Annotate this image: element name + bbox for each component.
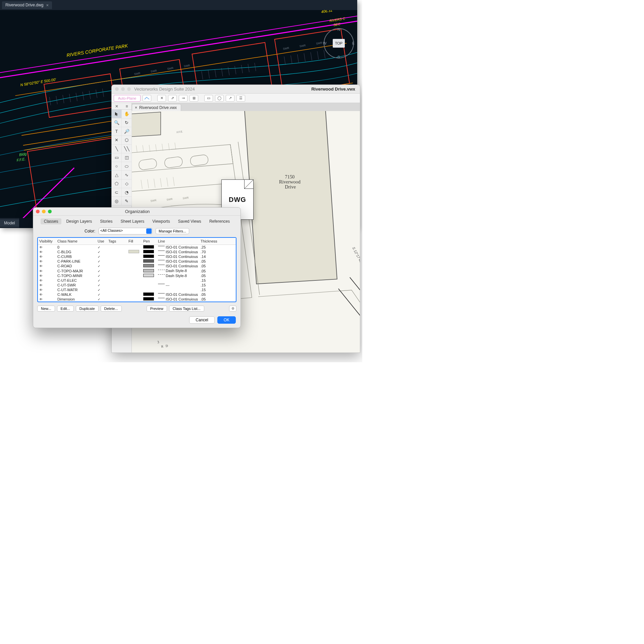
auto-plane-button[interactable]: Auto-Plane xyxy=(114,95,141,102)
window-close-icon[interactable] xyxy=(115,87,119,91)
col-use[interactable]: Use xyxy=(96,238,107,245)
col-line[interactable]: Line xyxy=(157,238,199,245)
table-row[interactable]: 👁C-TOPO-MAJR✓ Dash Style-8.05 xyxy=(38,268,236,273)
line-style-cell[interactable] xyxy=(157,278,199,283)
col-visibility[interactable]: Visibility xyxy=(38,238,56,245)
cancel-button[interactable]: Cancel xyxy=(189,316,214,324)
snap-tool-1[interactable]: ✕ xyxy=(157,95,166,102)
visibility-icon[interactable]: 👁 xyxy=(39,250,43,254)
pen-swatch[interactable] xyxy=(142,283,157,287)
use-checkbox[interactable]: ✓ xyxy=(98,264,100,268)
delete-tool[interactable]: ✕ xyxy=(112,136,122,145)
zoom-tool[interactable]: 🔍 xyxy=(112,118,122,127)
line-style-cell[interactable]: ISO-01 Continuious xyxy=(157,259,199,264)
tab-classes[interactable]: Classes xyxy=(41,218,62,224)
new-button[interactable]: New... xyxy=(37,306,55,312)
table-row[interactable]: 👁C-BLDG✓ ISO-01 Continuious.70 xyxy=(38,250,236,254)
duplicate-button[interactable]: Duplicate xyxy=(76,306,99,312)
vw-doc-tab[interactable]: × Riverwood Drive.vwx xyxy=(132,104,181,111)
fill-swatch[interactable] xyxy=(127,287,142,292)
line-style-cell[interactable]: ISO-01 Continuious xyxy=(157,297,199,302)
line-style-cell[interactable]: ISO-01 Continuious xyxy=(157,292,199,297)
use-checkbox[interactable]: ✓ xyxy=(98,260,100,263)
line-style-cell[interactable]: ISO-01 Continuious xyxy=(157,264,199,268)
selection-tool[interactable] xyxy=(112,110,122,118)
table-row[interactable]: 👁C-UT-SWR✓ ---.15 xyxy=(38,283,236,287)
classes-table[interactable]: Visibility Class Name Use Tags Fill Pen … xyxy=(37,237,236,302)
doc-tab-close-icon[interactable]: × xyxy=(135,105,137,110)
snap-tool-3[interactable]: ⇝ xyxy=(179,95,187,102)
use-checkbox[interactable]: ✓ xyxy=(98,255,100,259)
fill-swatch[interactable] xyxy=(127,273,142,278)
visibility-icon[interactable]: 👁 xyxy=(39,269,43,273)
edit-button[interactable]: Edit... xyxy=(57,306,74,312)
fill-swatch[interactable] xyxy=(127,245,142,250)
preview-button[interactable]: Preview xyxy=(147,306,167,312)
arc-tool[interactable]: ⊂ xyxy=(112,188,122,197)
shape-balloon-button[interactable]: ◯ xyxy=(215,95,224,102)
delete-button[interactable]: Delete... xyxy=(101,306,122,312)
triangle-tool[interactable]: △ xyxy=(112,171,122,179)
eyedropper-tool[interactable]: ✎ xyxy=(122,197,132,206)
pen-swatch[interactable] xyxy=(142,273,157,278)
col-thickness[interactable]: Thickness xyxy=(199,238,236,245)
dialog-maximize-icon[interactable] xyxy=(48,210,52,213)
tab-sheet-layers[interactable]: Sheet Layers xyxy=(117,218,148,224)
fill-swatch[interactable] xyxy=(127,254,142,259)
use-checkbox[interactable]: ✓ xyxy=(98,274,100,278)
line-style-cell[interactable]: --- xyxy=(157,283,199,287)
tab-viewports[interactable]: Viewports xyxy=(149,218,173,224)
pen-swatch[interactable] xyxy=(142,264,157,268)
spiral-tool[interactable]: ◎ xyxy=(112,197,122,206)
flyover-tool[interactable]: ↻ xyxy=(122,118,132,127)
dialog-minimize-icon[interactable] xyxy=(42,210,46,213)
visibility-icon[interactable]: 👁 xyxy=(39,298,43,301)
line-style-cell[interactable]: ISO-01 Continuious xyxy=(157,245,199,250)
table-row[interactable]: 👁C-TOPO-MINR✓ Dash Style-8.05 xyxy=(38,273,236,278)
tab-design-layers[interactable]: Design Layers xyxy=(63,218,95,224)
rounded-rect-tool[interactable]: ◫ xyxy=(122,153,132,162)
visibility-icon[interactable]: 👁 xyxy=(39,288,43,292)
use-checkbox[interactable]: ✓ xyxy=(98,250,100,254)
tab-references[interactable]: References xyxy=(206,218,233,224)
col-pen[interactable]: Pen xyxy=(142,238,157,245)
ok-button[interactable]: OK xyxy=(217,316,236,324)
compass-top-button[interactable]: TOP xyxy=(333,39,345,48)
pen-swatch[interactable] xyxy=(142,278,157,283)
line-style-cell[interactable]: Dash Style-8 xyxy=(157,273,199,278)
visibility-icon[interactable]: 👁 xyxy=(39,279,43,282)
visibility-icon[interactable]: 👁 xyxy=(39,274,43,278)
dialog-close-icon[interactable] xyxy=(36,210,40,213)
shape-line-button[interactable]: ↗ xyxy=(226,95,234,102)
line-tool[interactable]: ╲ xyxy=(112,145,122,153)
text-tool[interactable]: T xyxy=(112,127,122,136)
freehand-tool[interactable]: ∿ xyxy=(122,171,132,179)
line-style-cell[interactable] xyxy=(157,287,199,292)
cad-model-tab[interactable]: Model xyxy=(0,219,19,227)
use-checkbox[interactable]: ✓ xyxy=(98,298,100,301)
table-row[interactable]: 👁Dimension✓ ISO-01 Continuious.05 xyxy=(38,297,236,302)
class-tags-button[interactable]: Class Tags List... xyxy=(169,306,204,312)
fill-swatch[interactable] xyxy=(127,268,142,273)
pen-swatch[interactable] xyxy=(142,245,157,250)
use-checkbox[interactable]: ✓ xyxy=(98,288,100,292)
use-checkbox[interactable]: ✓ xyxy=(98,293,100,297)
pen-swatch[interactable] xyxy=(142,250,157,254)
fill-swatch[interactable] xyxy=(127,278,142,283)
close-icon[interactable]: × xyxy=(46,3,49,8)
use-checkbox[interactable]: ✓ xyxy=(98,279,100,282)
visibility-icon[interactable]: 👁 xyxy=(39,283,43,287)
line-style-cell[interactable]: Dash Style-8 xyxy=(157,268,199,273)
use-checkbox[interactable]: ✓ xyxy=(98,283,100,287)
table-row[interactable]: 👁C-PARK-LINE✓ ISO-01 Continuious.05 xyxy=(38,259,236,264)
3d-tool[interactable]: ⬡ xyxy=(122,136,132,145)
use-checkbox[interactable]: ✓ xyxy=(98,246,100,249)
window-maximize-icon[interactable] xyxy=(127,87,131,91)
cad-document-tab[interactable]: Riverwood Drive.dwg × xyxy=(2,1,52,9)
polygon-tool[interactable]: ⬠ xyxy=(112,179,122,188)
palette-close-icon[interactable]: ✕ xyxy=(115,104,118,109)
snap-tool-2[interactable]: ⇗ xyxy=(168,95,177,102)
line-style-cell[interactable]: ISO-01 Continuious xyxy=(157,250,199,254)
pan-tool[interactable]: ✋ xyxy=(122,110,132,118)
shape-rect-button[interactable]: ▭ xyxy=(204,95,213,102)
